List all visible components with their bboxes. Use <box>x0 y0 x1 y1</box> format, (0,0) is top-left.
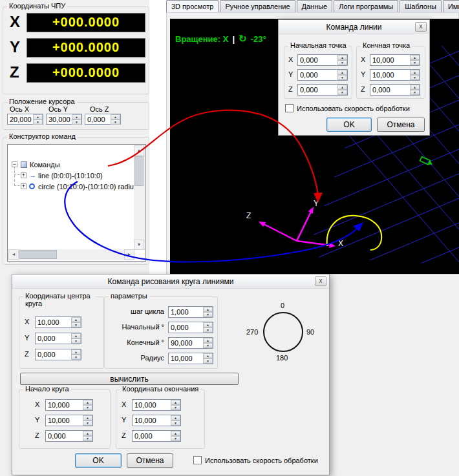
line-end-z-spinner[interactable]: 0,000 <box>370 84 420 96</box>
circle-start-y-spinner[interactable]: 10,000 <box>45 415 93 426</box>
spinner-down-button[interactable] <box>71 338 81 344</box>
speed-checkbox[interactable] <box>193 456 202 464</box>
spinner-up-button[interactable] <box>33 114 43 119</box>
spinner-up-button[interactable] <box>72 114 81 119</box>
tree-item-commands-root[interactable]: Команды <box>8 160 124 171</box>
expander-collapse-icon[interactable] <box>12 161 17 167</box>
spinner-down-button[interactable] <box>33 119 43 125</box>
expander-expand-icon[interactable] <box>21 183 27 189</box>
line-end-y-spinner[interactable]: 10,000 <box>370 69 420 81</box>
end-angle-spinner[interactable]: 90,000 <box>168 337 213 349</box>
spinner-up-button[interactable] <box>337 70 347 75</box>
spinner-up-button[interactable] <box>410 70 420 75</box>
spinner-up-button[interactable] <box>83 431 92 436</box>
cursor-x-spinner[interactable]: 20,000 <box>7 114 43 125</box>
spinner-down-button[interactable] <box>203 312 213 317</box>
circle-start-z-spinner[interactable]: 0,000 <box>45 430 93 442</box>
spinner-down-button[interactable] <box>83 420 92 426</box>
scroll-right-button[interactable]: ► <box>124 249 134 260</box>
scroll-down-button[interactable]: ▼ <box>134 240 144 250</box>
spinner-down-button[interactable] <box>337 90 347 95</box>
line-end-x-spinner[interactable]: 10,000 <box>370 54 420 66</box>
line-start-z-spinner[interactable]: 0,000 <box>297 84 348 96</box>
spinner-up-button[interactable] <box>203 338 213 343</box>
spinner-up-button[interactable] <box>83 415 92 420</box>
cancel-button[interactable]: Отмена <box>377 118 425 132</box>
circle-center-y-spinner[interactable]: 0,000 <box>35 333 81 344</box>
spinner-up-button[interactable] <box>337 55 347 60</box>
command-tree[interactable]: Команды → line (0:0:0)-(10:10:0) circle … <box>7 144 146 262</box>
circle-center-z-spinner[interactable]: 0,000 <box>35 349 81 360</box>
spinner-up-button[interactable] <box>171 400 180 405</box>
tree-horizontal-scrollbar[interactable]: ◄ ► <box>8 249 134 260</box>
scroll-left-button[interactable]: ◄ <box>8 249 19 260</box>
radius-spinner[interactable]: 10,000 <box>168 353 213 364</box>
line-start-y-spinner[interactable]: 0,000 <box>297 69 348 81</box>
spinner-down-button[interactable] <box>410 75 420 80</box>
spinner-down-button[interactable] <box>171 420 180 426</box>
line-dialog-titlebar[interactable]: Команда линии x <box>279 20 429 34</box>
start-angle-spinner[interactable]: 0,000 <box>168 322 213 333</box>
tab-templates[interactable]: Шаблоны <box>400 0 442 12</box>
circle-dialog-titlebar[interactable]: Команда рисования круга линиями x <box>12 274 329 289</box>
scrollbar-thumb[interactable] <box>134 156 144 186</box>
spinner-up-button[interactable] <box>410 85 420 90</box>
spinner-up-button[interactable] <box>171 415 180 420</box>
compute-button[interactable]: вычислить <box>20 373 239 385</box>
scroll-up-button[interactable]: ▲ <box>134 145 144 156</box>
tree-item-circle-command[interactable]: circle (10:10:0)-(10:10:0) radius <box>8 182 144 192</box>
tab-data[interactable]: Данные <box>297 0 333 12</box>
cursor-y-spinner[interactable]: 30,000 <box>46 114 82 125</box>
tab-program-logs[interactable]: Логи программы <box>334 0 398 12</box>
spinner-down-button[interactable] <box>111 119 120 125</box>
spinner-up-button[interactable] <box>111 114 120 119</box>
line-start-x-spinner[interactable]: 0,000 <box>297 54 348 66</box>
cycle-step-spinner[interactable]: 1,000 <box>168 306 213 318</box>
spinner-up-button[interactable] <box>171 431 180 436</box>
spinner-up-button[interactable] <box>83 400 92 405</box>
spinner-down-button[interactable] <box>203 343 213 348</box>
circle-center-x-spinner[interactable]: 10,000 <box>35 316 81 328</box>
close-icon[interactable]: x <box>415 22 427 32</box>
speed-checkbox-row[interactable]: Использовать скорость обработки <box>285 104 410 113</box>
tree-vertical-scrollbar[interactable]: ▲ ▼ <box>134 145 145 250</box>
scrollbar-thumb[interactable] <box>19 250 57 259</box>
end-x-spinner[interactable]: 10,000 <box>132 399 181 411</box>
spinner-down-button[interactable] <box>410 60 420 65</box>
speed-checkbox-row[interactable]: Использовать скорость обработки <box>193 456 318 465</box>
circle-start-x-spinner[interactable]: 10,000 <box>45 399 93 411</box>
ok-button[interactable]: OK <box>326 118 372 132</box>
spinner-down-button[interactable] <box>410 90 420 95</box>
tab-manual-control[interactable]: Ручное управление <box>220 0 295 12</box>
spinner-up-button[interactable] <box>71 333 81 338</box>
end-y-spinner[interactable]: 10,000 <box>132 415 181 426</box>
tree-item-line-command[interactable]: → line (0:0:0)-(10:10:0) <box>8 171 137 181</box>
cancel-button[interactable]: Отмена <box>127 453 173 468</box>
spinner-down-button[interactable] <box>337 60 347 65</box>
expander-expand-icon[interactable] <box>21 172 27 178</box>
spinner-down-button[interactable] <box>83 405 92 410</box>
spinner-down-button[interactable] <box>203 358 213 364</box>
spinner-up-button[interactable] <box>71 317 81 322</box>
spinner-down-button[interactable] <box>83 436 92 441</box>
spinner-down-button[interactable] <box>71 355 81 360</box>
tab-3d-view[interactable]: 3D просмотр <box>166 0 219 12</box>
spinner-down-button[interactable] <box>72 119 81 125</box>
spinner-up-button[interactable] <box>410 55 420 60</box>
spinner-down-button[interactable] <box>203 327 213 333</box>
end-z-spinner[interactable]: 0,000 <box>132 430 181 442</box>
ok-button[interactable]: OK <box>75 453 122 468</box>
spinner-up-button[interactable] <box>71 349 81 355</box>
spinner-up-button[interactable] <box>203 322 213 327</box>
speed-checkbox[interactable] <box>285 104 294 112</box>
spinner-up-button[interactable] <box>203 353 213 358</box>
spinner-down-button[interactable] <box>337 75 347 80</box>
cursor-z-spinner[interactable]: 0,000 <box>85 114 121 125</box>
spinner-down-button[interactable] <box>71 322 81 327</box>
tab-import[interactable]: Импорт да <box>443 0 459 12</box>
spinner-up-button[interactable] <box>337 85 347 90</box>
spinner-down-button[interactable] <box>171 405 180 410</box>
spinner-up-button[interactable] <box>203 307 213 312</box>
spinner-down-button[interactable] <box>171 436 180 441</box>
close-icon[interactable]: x <box>315 276 326 286</box>
